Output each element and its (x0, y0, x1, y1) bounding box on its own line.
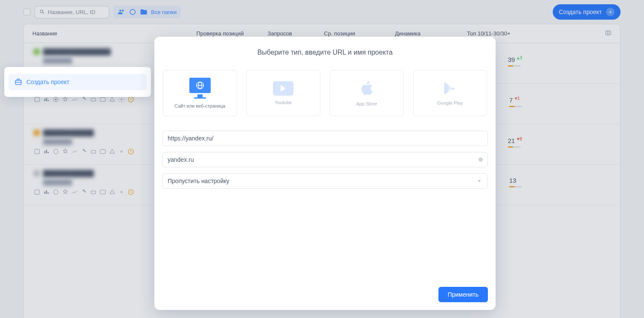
card-label: Youtube (275, 100, 292, 105)
modal-inputs: Пропустить настройку (162, 131, 488, 189)
modal-footer: Применить (162, 287, 488, 302)
url-input[interactable] (162, 131, 488, 146)
card-label: Сайт или веб-страница (174, 103, 225, 108)
type-card-site[interactable]: Сайт или веб-страница (163, 70, 237, 116)
type-card-youtube[interactable]: Youtube (247, 70, 321, 116)
monitor-icon (189, 78, 211, 93)
settings-select[interactable]: Пропустить настройку (162, 173, 488, 189)
card-label: Google Play (437, 100, 463, 105)
type-card-appstore[interactable]: App Store (330, 70, 404, 116)
create-project-modal: Выберите тип, введите URL и имя проекта … (154, 37, 496, 310)
card-label: App Store (356, 101, 377, 106)
apply-button[interactable]: Применить (438, 287, 488, 302)
googleplay-icon (442, 81, 458, 96)
status-dot-icon (479, 158, 483, 162)
appstore-icon (358, 80, 375, 97)
side-hint-card: Создать проект (4, 67, 151, 97)
select-label: Пропустить настройку (168, 178, 229, 184)
create-project-hint[interactable]: Создать проект (9, 74, 147, 90)
name-input[interactable] (162, 152, 488, 167)
briefcase-icon (15, 78, 22, 86)
modal-title: Выберите тип, введите URL и имя проекта (162, 49, 488, 56)
hint-label: Создать проект (26, 79, 70, 85)
project-type-cards: Сайт или веб-страница Youtube App Store … (162, 70, 488, 116)
chevron-down-icon (476, 178, 482, 184)
type-card-googleplay[interactable]: Google Play (413, 70, 487, 116)
youtube-icon (273, 81, 293, 96)
